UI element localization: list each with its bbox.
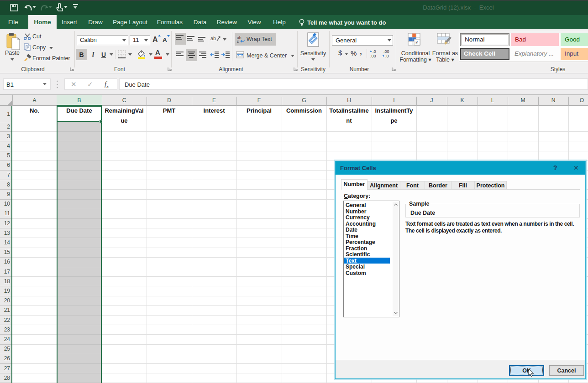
svg-text:.00: .00 <box>370 54 376 58</box>
svg-text:.0: .0 <box>385 54 389 58</box>
svg-text:.00: .00 <box>383 49 389 54</box>
svg-text:.0: .0 <box>373 49 376 54</box>
svg-text:≠: ≠ <box>415 40 418 45</box>
svg-text:ab: ab <box>210 36 216 41</box>
